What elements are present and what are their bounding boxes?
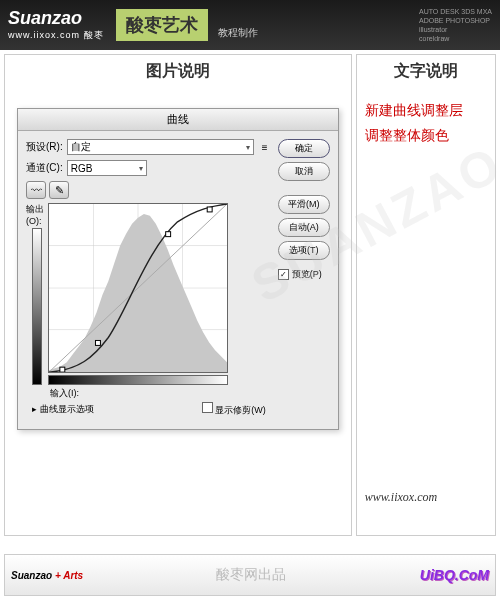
text-line: 调整整体颜色	[365, 123, 487, 148]
brand-text: Suanzao	[8, 8, 104, 29]
banner-brand-block: Suanzao www.iixox.com 酸枣	[8, 8, 104, 42]
main-columns: 图片说明 曲线 预设(R): 自定 ▾ ≡ 通道(C):	[0, 50, 500, 540]
curve-canvas[interactable]	[48, 203, 228, 373]
column-url: www.iixox.com	[357, 460, 495, 535]
cancel-button[interactable]: 取消	[278, 162, 330, 181]
preview-check[interactable]: ✓ 预览(P)	[278, 268, 330, 281]
point-curve-tool[interactable]: 〰	[26, 181, 46, 199]
footer-brand: Suanzao + Arts	[11, 570, 83, 581]
banner-title: 酸枣艺术	[116, 9, 208, 41]
channel-row: 通道(C): RGB ▾	[26, 160, 272, 176]
curve-point	[95, 340, 100, 345]
vertical-gradient	[32, 228, 42, 385]
image-column-title: 图片说明	[5, 55, 351, 88]
preset-value: 自定	[71, 140, 91, 154]
preset-menu-icon[interactable]: ≡	[258, 140, 272, 154]
banner-apps: AUTO DESK 3DS MXA ADOBE PHOTOSHOP illust…	[419, 7, 492, 43]
curve-point	[166, 232, 171, 237]
dialog-title: 曲线	[18, 109, 338, 131]
channel-select[interactable]: RGB ▾	[67, 160, 147, 176]
app-line: ADOBE PHOTOSHOP	[419, 16, 492, 25]
preset-select[interactable]: 自定 ▾	[67, 139, 254, 155]
text-column-title: 文字说明	[357, 55, 495, 88]
instruction-text: 新建曲线调整层 调整整体颜色	[357, 88, 495, 158]
dialog-buttons: 确定 取消 平滑(M) 自动(A) 选项(T) ✓ 预览(P)	[278, 139, 330, 421]
app-line: AUTO DESK 3DS MXA	[419, 7, 492, 16]
auto-button[interactable]: 自动(A)	[278, 218, 330, 237]
text-line: 新建曲线调整层	[365, 98, 487, 123]
chevron-down-icon: ▾	[246, 143, 250, 152]
options-button[interactable]: 选项(T)	[278, 241, 330, 260]
checkbox-icon	[202, 402, 213, 413]
output-axis: 输出(O):	[26, 203, 48, 385]
curve-tools: 〰 ✎	[26, 181, 272, 199]
horizontal-gradient	[48, 375, 228, 385]
bottom-footer: Suanzao + Arts 酸枣网出品 UiBQ.CoM	[4, 554, 496, 596]
checkbox-icon: ✓	[278, 269, 289, 280]
input-label: 输入(I):	[50, 387, 272, 400]
ok-button[interactable]: 确定	[278, 139, 330, 158]
channel-label: 通道(C):	[26, 161, 63, 175]
show-clipping-check[interactable]: 显示修剪(W)	[202, 402, 266, 417]
curves-dialog: 曲线 预设(R): 自定 ▾ ≡ 通道(C): RGB	[17, 108, 339, 430]
curve-point	[60, 367, 65, 372]
preset-row: 预设(R): 自定 ▾ ≡	[26, 139, 272, 155]
curve-point	[207, 207, 212, 212]
channel-value: RGB	[71, 163, 93, 174]
output-label: 输出(O):	[26, 203, 48, 226]
histogram-shape	[49, 214, 227, 372]
chevron-down-icon: ▾	[139, 164, 143, 173]
curve-svg	[49, 204, 227, 372]
image-column: 图片说明 曲线 预设(R): 自定 ▾ ≡ 通道(C):	[4, 54, 352, 536]
smooth-button[interactable]: 平滑(M)	[278, 195, 330, 214]
brand-url: www.iixox.com 酸枣	[8, 29, 104, 42]
top-banner: Suanzao www.iixox.com 酸枣 酸枣艺术 教程制作 AUTO …	[0, 0, 500, 50]
pencil-curve-tool[interactable]: ✎	[49, 181, 69, 199]
footer-url: UiBQ.CoM	[420, 567, 489, 583]
curve-area: 输出(O):	[26, 203, 272, 385]
app-line: illustrator	[419, 25, 492, 34]
display-options-toggle[interactable]: ▸ 曲线显示选项	[32, 403, 94, 416]
banner-subtitle: 教程制作	[218, 26, 258, 40]
text-column: SUANZAO 文字说明 新建曲线调整层 调整整体颜色 www.iixox.co…	[356, 54, 496, 536]
preset-label: 预设(R):	[26, 140, 63, 154]
footer-mid-text: 酸枣网出品	[83, 566, 420, 584]
app-line: coreldraw	[419, 34, 492, 43]
